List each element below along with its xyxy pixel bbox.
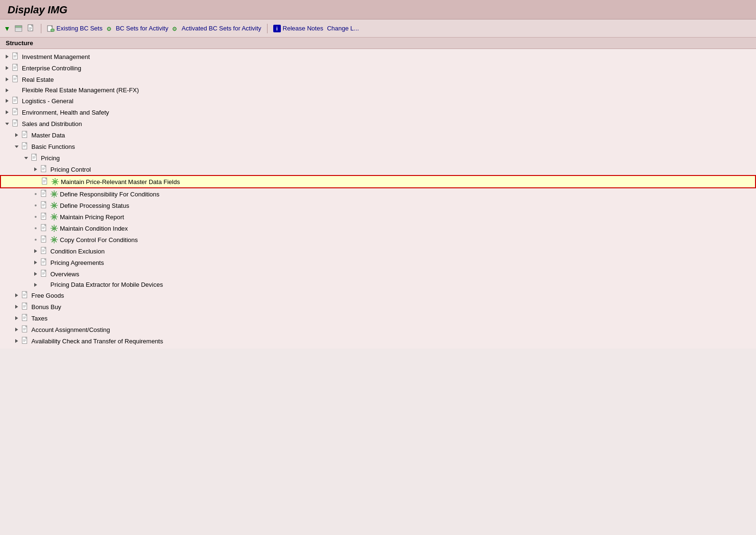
doc-icon-freegoods — [21, 291, 29, 300]
bc-activity-icon: ⚙ — [106, 25, 114, 32]
expand-btn-investment[interactable] — [4, 53, 10, 60]
tree-item-enterprise[interactable]: Enterprise Controlling — [0, 62, 756, 74]
svg-marker-152 — [15, 316, 18, 320]
svg-point-97 — [35, 216, 37, 218]
tree-item-pricingdata[interactable]: Pricing Data Extractor for Mobile Device… — [0, 280, 756, 290]
expand-btn-logistics[interactable] — [4, 97, 10, 104]
svg-marker-13 — [6, 55, 9, 58]
item-label-accountassign: Account Assignment/Costing — [31, 326, 110, 333]
doc-icon-maintainprice — [41, 177, 49, 186]
activated-bc-sets-btn[interactable]: ⚙ Activated BC Sets for Activity — [172, 25, 261, 32]
tree-item-environment[interactable]: Environment, Health and Safety — [0, 107, 756, 118]
expand-btn-conditionexclusion[interactable] — [32, 248, 39, 254]
doc-icon-logistics — [11, 97, 20, 105]
expand-btn-pricingcontrol[interactable] — [32, 166, 39, 173]
tree-item-copycontrol[interactable]: Copy Control For Conditions — [0, 234, 756, 245]
expand-btn-realestate[interactable] — [4, 76, 10, 83]
tree-item-conditionexclusion[interactable]: Condition Exclusion — [0, 245, 756, 257]
tree-item-masterdata[interactable]: Master Data — [0, 129, 756, 141]
svg-marker-25 — [6, 78, 9, 81]
doc-icon-defprocessing — [40, 201, 48, 210]
expand-btn-accountassign[interactable] — [13, 326, 20, 333]
doc-icon-conditionexclusion — [40, 247, 48, 255]
gear-icon-maintainprice — [51, 178, 59, 185]
expand-btn-pricingagreements[interactable] — [32, 259, 39, 266]
expand-btn-environment[interactable] — [4, 109, 10, 116]
svg-point-120 — [54, 239, 55, 241]
structure-header: Structure — [0, 38, 756, 49]
expand-btn-pricingdata[interactable] — [32, 282, 39, 288]
expand-btn-masterdata[interactable] — [13, 132, 20, 138]
page-icon[interactable] — [27, 24, 35, 33]
tree-item-investment[interactable]: Investment Management — [0, 51, 756, 62]
svg-point-104 — [54, 216, 55, 218]
expand-btn-basicfunctions[interactable] — [13, 143, 20, 150]
expand-btn-sales[interactable] — [4, 120, 10, 127]
gear-icon-defprocessing — [50, 202, 58, 209]
doc-icon-enterprise — [11, 64, 20, 72]
tree-item-accountassign[interactable]: Account Assignment/Costing — [0, 324, 756, 335]
tree-item-defresponsibility[interactable]: Define Responsibility For Conditions — [0, 188, 756, 200]
bc-sets-icon[interactable] — [14, 24, 23, 33]
expand-btn-enterprise[interactable] — [4, 65, 10, 71]
doc-icon-accountassign — [21, 325, 29, 334]
expand-btn-pricing[interactable] — [23, 155, 29, 161]
svg-marker-139 — [34, 283, 37, 287]
item-label-basicfunctions: Basic Functions — [31, 143, 75, 150]
tree-item-realestate[interactable]: Real Estate — [0, 74, 756, 85]
svg-marker-68 — [34, 167, 37, 171]
filter-icon[interactable]: ▼ — [4, 25, 10, 32]
svg-point-105 — [35, 227, 37, 229]
item-label-masterdata: Master Data — [31, 132, 65, 139]
item-label-maintainprice: Maintain Price-Relevant Master Data Fiel… — [61, 178, 180, 185]
doc-icon-pricingagreements — [40, 258, 48, 267]
item-label-enterprise: Enterprise Controlling — [22, 65, 81, 72]
tree-item-sales[interactable]: Sales and Distribution — [0, 118, 756, 129]
tree-item-pricing[interactable]: Pricing — [0, 152, 756, 164]
tree-item-pricingagreements[interactable]: Pricing Agreements — [0, 257, 756, 268]
svg-point-88 — [54, 194, 55, 195]
tree-item-taxes[interactable]: Taxes — [0, 312, 756, 324]
expand-btn-bonusbuy[interactable] — [13, 303, 20, 310]
svg-marker-56 — [15, 146, 19, 148]
tree-item-maintainprice[interactable]: Maintain Price-Relevant Master Data Fiel… — [0, 175, 756, 188]
tree-item-availability[interactable]: Availability Check and Transfer of Requi… — [0, 335, 756, 347]
tree-item-defprocessing[interactable]: Define Processing Status — [0, 200, 756, 211]
tree-item-bonusbuy[interactable]: Bonus Buy — [0, 301, 756, 312]
svg-rect-1 — [15, 26, 22, 28]
item-label-environment: Environment, Health and Safety — [22, 109, 109, 116]
expand-btn-flexible[interactable] — [4, 87, 10, 94]
svg-text:⚙: ⚙ — [106, 26, 112, 32]
tree-item-freegoods[interactable]: Free Goods — [0, 290, 756, 301]
change-log-btn[interactable]: Change L... — [327, 25, 359, 32]
tree-item-overviews[interactable]: Overviews — [0, 268, 756, 280]
tree-item-pricingcontrol[interactable]: Pricing Control — [0, 164, 756, 175]
item-label-bonusbuy: Bonus Buy — [31, 303, 61, 311]
item-label-pricingdata: Pricing Data Extractor for Mobile Device… — [50, 281, 163, 288]
item-label-sales: Sales and Distribution — [22, 120, 82, 127]
svg-marker-38 — [6, 110, 9, 114]
svg-point-112 — [54, 228, 55, 229]
expand-btn-taxes[interactable] — [13, 315, 20, 321]
expand-btn-overviews[interactable] — [32, 271, 39, 277]
expand-btn-availability[interactable] — [13, 338, 20, 344]
tree-item-flexible[interactable]: Flexible Real Estate Management (RE-FX) — [0, 85, 756, 95]
bc-sets-activity-btn[interactable]: ⚙ BC Sets for Activity — [106, 25, 169, 32]
page-svg — [27, 24, 35, 33]
tree-item-maintainpricing[interactable]: Maintain Pricing Report — [0, 211, 756, 223]
gear-icon-maintaincondition — [50, 224, 58, 232]
svg-point-89 — [35, 204, 37, 206]
svg-marker-19 — [6, 66, 9, 70]
item-label-taxes: Taxes — [31, 315, 48, 322]
item-label-defprocessing: Define Processing Status — [60, 202, 129, 209]
tree-item-logistics[interactable]: Logistics - General — [0, 95, 756, 107]
tree-item-maintaincondition[interactable]: Maintain Condition Index — [0, 223, 756, 234]
svg-point-96 — [54, 205, 55, 206]
existing-bc-sets-btn[interactable]: Existing BC Sets — [47, 25, 103, 32]
doc-icon-defresponsibility — [40, 190, 48, 198]
tree-item-basicfunctions[interactable]: Basic Functions — [0, 141, 756, 152]
expand-btn-copycontrol — [32, 236, 39, 243]
release-notes-btn[interactable]: i Release Notes — [273, 25, 323, 32]
expand-btn-freegoods[interactable] — [13, 292, 20, 299]
doc-icon-sales — [11, 119, 20, 128]
